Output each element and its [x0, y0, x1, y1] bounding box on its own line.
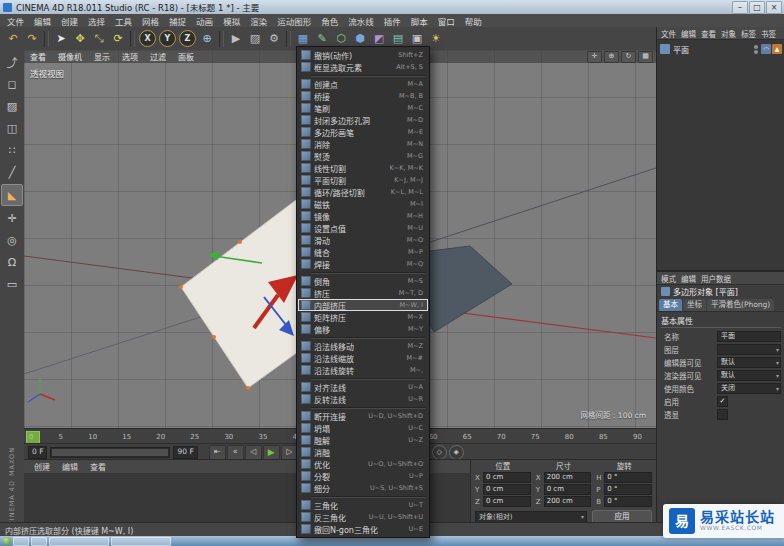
timeline-tick[interactable]: 30	[224, 433, 233, 441]
record-parameter-icon[interactable]: ◇	[432, 445, 447, 460]
menu-bar-item[interactable]: 插件	[379, 15, 406, 27]
timeline-tick[interactable]: 5	[59, 433, 63, 441]
material-menu-item[interactable]: 编辑	[56, 461, 84, 472]
viewport-solo-icon[interactable]: ◎	[2, 230, 22, 250]
points-mode-icon[interactable]: ∷	[2, 140, 22, 160]
lock-x-axis-icon[interactable]: X	[139, 30, 156, 47]
object-manager-menu-item[interactable]: 书签	[759, 28, 778, 39]
workplane-lock-icon[interactable]: ▭	[2, 274, 22, 294]
material-menu-item[interactable]: 创建	[28, 461, 56, 472]
context-menu-item[interactable]: 镜像 M~H	[298, 210, 428, 222]
timeline-tick[interactable]: 20	[156, 433, 165, 441]
object-manager-menu-item[interactable]: 对象	[719, 28, 738, 39]
menu-bar-item[interactable]: 动画	[191, 15, 218, 27]
material-menu-item[interactable]: 查看	[84, 461, 112, 472]
attribute-tab[interactable]: 坐标	[683, 299, 706, 311]
context-menu-item[interactable]: 坍塌 U~C	[298, 422, 428, 434]
live-selection-icon[interactable]: ➤	[52, 29, 70, 48]
context-menu-item[interactable]: 撤回N-gon三角化 U~E	[298, 523, 428, 535]
rotation-field[interactable]: 0 °	[604, 484, 652, 495]
context-menu-item[interactable]: 对齐法线 U~A	[298, 381, 428, 393]
context-menu-item[interactable]: 线性切割 K~K, M~K	[298, 162, 428, 174]
viewport-menu-item[interactable]: 查看	[24, 51, 52, 62]
timeline-tick[interactable]: 85	[599, 433, 608, 441]
object-row[interactable]: 平面 ◠ ▲	[657, 42, 784, 56]
enable-axis-icon[interactable]: ✛	[2, 208, 22, 228]
taskbar-item[interactable]	[13, 537, 29, 546]
menu-bar-item[interactable]: 工具	[110, 15, 137, 27]
timeline-tick[interactable]: 75	[531, 433, 540, 441]
taskbar-item[interactable]	[31, 537, 47, 546]
toolbar-separator[interactable]	[130, 31, 135, 47]
context-menu-item[interactable]: 三角化 U~T	[298, 499, 428, 511]
attribute-value[interactable]	[717, 409, 728, 420]
context-menu-item[interactable]: 设置点值 M~U	[298, 222, 428, 234]
rotation-field[interactable]: 0 °	[604, 472, 652, 483]
model-mode-icon[interactable]: ◻	[2, 74, 22, 94]
render-region-icon[interactable]: ▨	[246, 29, 264, 48]
rotate-view-icon[interactable]: ↻	[621, 51, 636, 63]
context-menu-item[interactable]: 沿法线移动 M~Z	[298, 340, 428, 352]
viewport-menu-item[interactable]: 显示	[88, 51, 116, 62]
workplane-mode-icon[interactable]: ◫	[2, 118, 22, 138]
context-menu-item[interactable]: 沿法线缩放 M~#	[298, 352, 428, 364]
context-menu-item[interactable]: 创建点 M~A	[298, 78, 428, 90]
context-menu-item[interactable]: 笔刷 M~C	[298, 102, 428, 114]
frame-range-slider[interactable]	[50, 447, 170, 458]
attribute-value[interactable]: 关闭	[717, 383, 781, 394]
timeline-tick[interactable]: 0	[29, 433, 33, 441]
object-manager-menu-item[interactable]: 编辑	[679, 28, 698, 39]
rotation-field[interactable]: 0 °	[604, 496, 652, 507]
position-field[interactable]: 0 cm	[483, 496, 531, 507]
context-menu-item[interactable]: 内部挤压 M~W, I	[298, 299, 428, 311]
timeline-tick[interactable]: 80	[565, 433, 574, 441]
timeline-tick[interactable]: 65	[463, 433, 472, 441]
menu-bar-item[interactable]: 编辑	[29, 15, 56, 27]
timeline-tick[interactable]: 25	[190, 433, 199, 441]
timeline-tick[interactable]: 70	[497, 433, 506, 441]
context-menu-item[interactable]: 桥接 M~B, B	[298, 90, 428, 102]
snapping-icon[interactable]: Ω	[2, 252, 22, 272]
edges-mode-icon[interactable]: ╱	[2, 162, 22, 182]
menu-bar-item[interactable]: 模拟	[218, 15, 245, 27]
size-field[interactable]: 200 cm	[544, 496, 592, 507]
context-menu-item[interactable]: 矩阵挤压 M~X	[298, 311, 428, 323]
viewport-menu-item[interactable]: 选项	[116, 51, 144, 62]
previous-frame-icon[interactable]: ◁	[245, 445, 262, 460]
context-menu-item[interactable]: 消融	[298, 446, 428, 458]
context-menu-item[interactable]: 框显选取元素 Alt+S, S	[298, 61, 428, 73]
object-manager-menu-item[interactable]: 文件	[659, 28, 678, 39]
context-menu-item[interactable]: 优化 U~O, U~Shift+O	[298, 458, 428, 470]
object-manager-menu-item[interactable]: 标签	[739, 28, 758, 39]
context-menu-item[interactable]: 挤压 M~T, D	[298, 287, 428, 299]
visibility-dots[interactable]	[754, 45, 758, 54]
position-field[interactable]: 0 cm	[483, 472, 531, 483]
timeline-tick[interactable]: 35	[258, 433, 267, 441]
menu-bar-item[interactable]: 脚本	[406, 15, 433, 27]
undo-icon[interactable]: ↶	[4, 29, 22, 48]
play-icon[interactable]: ▶	[263, 445, 280, 460]
size-field[interactable]: 200 cm	[544, 472, 592, 483]
start-frame-field[interactable]: 0 F	[28, 446, 47, 459]
position-field[interactable]: 0 cm	[483, 484, 531, 495]
rotate-icon[interactable]: ⟳	[109, 29, 127, 48]
context-menu-item[interactable]: 撤销(动作) Shift+Z	[298, 49, 428, 61]
attribute-value[interactable]: 平面	[717, 331, 781, 342]
attribute-manager-menu-item[interactable]: 用户数据	[699, 273, 733, 284]
zoom-view-icon[interactable]: ⊕	[604, 51, 619, 63]
attribute-value[interactable]	[717, 344, 781, 355]
menu-bar-item[interactable]: 文件	[2, 15, 29, 27]
menu-bar-item[interactable]: 运动图形	[272, 15, 316, 27]
viewport-menu-item[interactable]: 摄像机	[52, 51, 88, 62]
menu-bar-item[interactable]: 渲染	[245, 15, 272, 27]
menu-bar-item[interactable]: 选择	[83, 15, 110, 27]
lock-z-axis-icon[interactable]: Z	[179, 30, 196, 47]
close-button[interactable]: ×	[766, 1, 782, 14]
coordinate-system-icon[interactable]: ⊕	[198, 29, 216, 48]
context-menu-item[interactable]: 缝合 M~P	[298, 246, 428, 258]
menu-bar-item[interactable]: 创建	[56, 15, 83, 27]
context-menu-item[interactable]: 偏移 M~Y	[298, 323, 428, 335]
context-menu-item[interactable]: 平面切割 K~J, M~J	[298, 174, 428, 186]
context-menu-item[interactable]: 细分 U~S, U~Shift+S	[298, 482, 428, 494]
menu-bar-item[interactable]: 流水线	[343, 15, 379, 27]
